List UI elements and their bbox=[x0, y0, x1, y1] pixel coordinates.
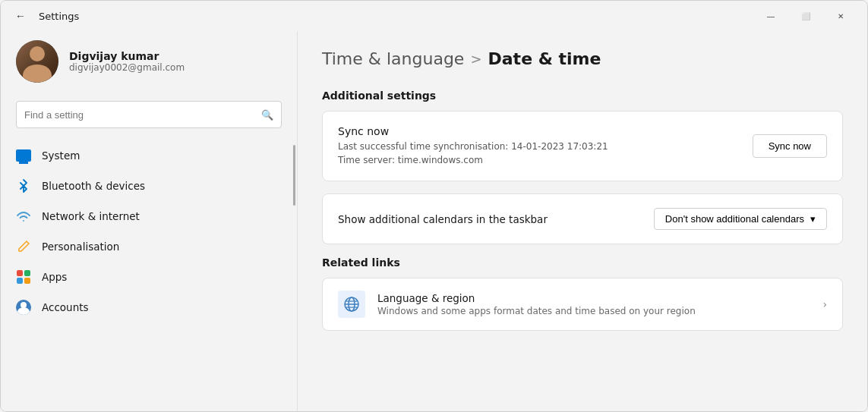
sidebar-item-label-system: System bbox=[42, 149, 80, 162]
user-info: Digvijay kumar digvijay0002@gmail.com bbox=[69, 50, 185, 73]
apps-icon-grid bbox=[17, 270, 30, 284]
sync-server: Time server: time.windows.com bbox=[338, 153, 608, 167]
main-layout: Digvijay kumar digvijay0002@gmail.com 🔍 bbox=[1, 31, 867, 411]
sidebar-item-label-bluetooth: Bluetooth & devices bbox=[42, 180, 145, 192]
sidebar-item-label-network: Network & internet bbox=[42, 210, 140, 222]
settings-window: ← Settings — ⬜ ✕ Digvijay kumar digvijay… bbox=[0, 0, 868, 412]
language-region-title: Language & region bbox=[377, 292, 810, 304]
user-name: Digvijay kumar bbox=[69, 50, 185, 62]
sidebar-item-accounts[interactable]: Accounts bbox=[7, 292, 291, 322]
sidebar-item-label-personalisation: Personalisation bbox=[42, 241, 119, 253]
window-controls: — ⬜ ✕ bbox=[753, 4, 858, 28]
chevron-down-icon: ▾ bbox=[810, 213, 816, 225]
sidebar-item-personalisation[interactable]: Personalisation bbox=[7, 231, 291, 262]
calendar-card: Show additional calendars in the taskbar… bbox=[322, 193, 843, 244]
related-links-card: Language & region Windows and some apps … bbox=[322, 278, 843, 331]
network-icon bbox=[16, 209, 31, 224]
sidebar-nav: System Bluetooth & devices bbox=[1, 140, 297, 411]
sync-card: Sync now Last successful time synchronis… bbox=[322, 111, 843, 181]
sidebar-item-system[interactable]: System bbox=[7, 140, 291, 171]
avatar bbox=[16, 40, 58, 83]
close-button[interactable]: ✕ bbox=[823, 4, 858, 28]
language-region-text: Language & region Windows and some apps … bbox=[377, 292, 810, 316]
avatar-image bbox=[16, 40, 58, 83]
search-box[interactable]: 🔍 bbox=[16, 101, 282, 128]
minimize-button[interactable]: — bbox=[753, 4, 788, 28]
sync-card-row: Sync now Last successful time synchronis… bbox=[323, 112, 842, 181]
search-input[interactable] bbox=[24, 109, 255, 121]
bluetooth-icon bbox=[16, 178, 31, 193]
sidebar-item-label-apps: Apps bbox=[42, 271, 67, 283]
user-profile[interactable]: Digvijay kumar digvijay0002@gmail.com bbox=[1, 31, 297, 98]
apps-icon bbox=[16, 269, 31, 285]
language-region-desc: Windows and some apps format dates and t… bbox=[377, 306, 810, 316]
scroll-indicator bbox=[293, 145, 295, 206]
accounts-icon bbox=[16, 300, 31, 315]
system-icon bbox=[16, 148, 31, 163]
language-region-icon bbox=[338, 291, 365, 318]
maximize-button[interactable]: ⬜ bbox=[788, 4, 823, 28]
calendar-card-row: Show additional calendars in the taskbar… bbox=[323, 194, 842, 244]
language-region-chevron: › bbox=[822, 298, 827, 310]
sync-info: Sync now Last successful time synchronis… bbox=[338, 125, 608, 167]
calendar-dropdown-value: Don't show additional calendars bbox=[665, 213, 804, 225]
sidebar-item-apps[interactable]: Apps bbox=[7, 262, 291, 292]
additional-settings-title: Additional settings bbox=[322, 90, 843, 102]
breadcrumb-separator: > bbox=[470, 51, 481, 67]
title-bar: ← Settings — ⬜ ✕ bbox=[1, 1, 867, 31]
sidebar-item-bluetooth[interactable]: Bluetooth & devices bbox=[7, 171, 291, 201]
personalisation-icon bbox=[16, 239, 31, 254]
content-area: Time & language > Date & time Additional… bbox=[297, 31, 867, 411]
calendar-label: Show additional calendars in the taskbar bbox=[338, 213, 548, 225]
related-links-title: Related links bbox=[322, 256, 843, 269]
sync-last: Last successful time synchronisation: 14… bbox=[338, 140, 608, 153]
accounts-icon-shape bbox=[16, 300, 31, 315]
sidebar-item-network[interactable]: Network & internet bbox=[7, 201, 291, 231]
system-icon-shape bbox=[16, 149, 31, 162]
sync-title: Sync now bbox=[338, 125, 608, 137]
related-item-language-region[interactable]: Language & region Windows and some apps … bbox=[323, 278, 842, 330]
search-icon[interactable]: 🔍 bbox=[261, 109, 273, 121]
sidebar: Digvijay kumar digvijay0002@gmail.com 🔍 bbox=[1, 31, 297, 411]
back-button[interactable]: ← bbox=[10, 5, 31, 27]
breadcrumb: Time & language > Date & time bbox=[322, 49, 843, 68]
sync-now-button[interactable]: Sync now bbox=[753, 134, 827, 158]
breadcrumb-current: Date & time bbox=[488, 49, 601, 68]
user-email: digvijay0002@gmail.com bbox=[69, 62, 185, 73]
calendar-dropdown[interactable]: Don't show additional calendars ▾ bbox=[654, 208, 827, 230]
breadcrumb-parent: Time & language bbox=[322, 49, 464, 68]
sidebar-item-label-accounts: Accounts bbox=[42, 301, 89, 313]
window-title: Settings bbox=[39, 11, 79, 22]
title-bar-left: ← Settings bbox=[10, 5, 753, 27]
search-container: 🔍 bbox=[1, 98, 297, 140]
